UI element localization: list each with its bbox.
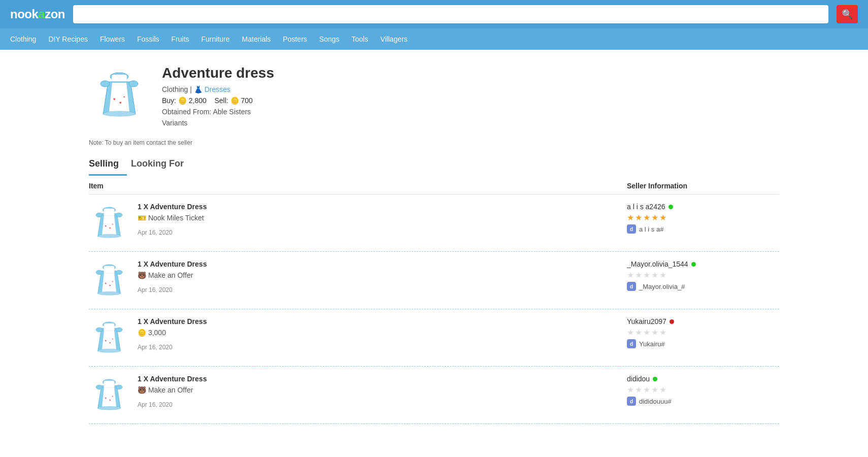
- svg-point-45: [116, 385, 122, 389]
- tab-selling[interactable]: Selling: [89, 154, 127, 176]
- seller-name-3: Yukairu2097: [627, 317, 779, 325]
- nav-item-fossils[interactable]: Fossils: [137, 35, 159, 43]
- search-icon: 🔍: [842, 9, 853, 20]
- buy-label: Buy:: [162, 96, 176, 105]
- svg-point-34: [96, 328, 103, 332]
- listing-image-4: ♥ ♥ ♥: [89, 375, 129, 415]
- star-empty: ★: [651, 270, 658, 280]
- nav-item-clothing[interactable]: Clothing: [10, 35, 36, 43]
- svg-rect-37: [104, 323, 115, 330]
- svg-point-35: [116, 328, 122, 332]
- star-empty: ★: [643, 385, 650, 395]
- seller-discord-4: d dididouuu#: [627, 397, 779, 406]
- seller-name-1: a l i s a2426: [627, 203, 779, 211]
- listing-image-2: ♥ ♥ ♥: [89, 260, 129, 301]
- star-full: ★: [651, 213, 658, 222]
- listing-date-4: Apr 16, 2020: [138, 401, 207, 408]
- seller-discord-3: d Yukairu#: [627, 339, 779, 348]
- nav-item-posters[interactable]: Posters: [283, 35, 307, 43]
- listing-dress-icon: ♥ ♥ ♥: [91, 376, 127, 415]
- discord-handle-text-3: Yukairu#: [639, 340, 665, 348]
- column-header-item: Item: [89, 182, 627, 190]
- star-empty: ★: [627, 385, 634, 395]
- listing-right-1: a l i s a2426 ★★★★★ d a l i s a#: [627, 203, 779, 234]
- header: nookazon 🔍: [0, 0, 868, 28]
- nav-item-flowers[interactable]: Flowers: [100, 35, 125, 43]
- svg-text:♥: ♥: [113, 97, 116, 102]
- listing-price-2: 🐻 Make an Offer: [138, 271, 207, 279]
- listing-price-1: 🎫 Nook Miles Ticket: [138, 214, 207, 222]
- nav-item-materials[interactable]: Materials: [242, 35, 271, 43]
- star-full: ★: [659, 213, 666, 222]
- main-content: ♥ ♥ ♥ Adventure dress Clothing | 👗 Dress…: [79, 50, 789, 439]
- sell-label: Sell:: [214, 96, 228, 105]
- seller-username-2: _Mayor.olivia_1544: [627, 260, 688, 268]
- nav-item-fruits[interactable]: Fruits: [172, 35, 189, 43]
- category-link[interactable]: Dresses: [205, 85, 230, 93]
- listing-date-1: Apr 16, 2020: [138, 229, 207, 236]
- search-button[interactable]: 🔍: [837, 5, 858, 23]
- logo[interactable]: nookazon: [10, 7, 65, 21]
- star-empty: ★: [651, 328, 658, 337]
- listing-right-3: Yukairu2097 ★★★★★ d Yukairu#: [627, 317, 779, 348]
- price-text-4: Make an Offer: [148, 386, 193, 394]
- listing-right-2: _Mayor.olivia_1544 ★★★★★ d _Mayor.olivia…: [627, 260, 779, 291]
- category-emoji: 👗: [194, 85, 203, 93]
- svg-text:♥: ♥: [119, 101, 122, 105]
- nav-item-songs[interactable]: Songs: [319, 35, 340, 43]
- listing-title-3: 1 X Adventure Dress: [138, 317, 207, 325]
- discord-handle-text-4: dididouuu#: [639, 398, 672, 405]
- listing-title-4: 1 X Adventure Dress: [138, 375, 207, 383]
- star-empty: ★: [643, 328, 650, 337]
- listing-left-1: ♥ ♥ ♥ 1 X Adventure Dress 🎫 Nook Miles T…: [89, 203, 627, 243]
- listing-image-3: ♥ ♥ ♥: [89, 317, 129, 358]
- item-variants: Variants: [162, 119, 274, 127]
- listing-info-4: 1 X Adventure Dress 🐻 Make an Offer Apr …: [138, 375, 207, 408]
- listing-row-1: ♥ ♥ ♥ 1 X Adventure Dress 🎫 Nook Miles T…: [89, 194, 779, 252]
- listing-right-4: dididou ★★★★★ d dididouuu#: [627, 375, 779, 406]
- seller-online-dot-1: [669, 205, 673, 209]
- navigation: Clothing DIY Recipes Flowers Fossils Fru…: [0, 28, 868, 50]
- nav-item-villagers[interactable]: Villagers: [380, 35, 407, 43]
- svg-point-21: [98, 234, 121, 238]
- listing-dress-icon: ♥ ♥ ♥: [91, 261, 127, 300]
- item-details: Adventure dress Clothing | 👗 Dresses Buy…: [162, 65, 274, 127]
- svg-point-31: [98, 291, 121, 295]
- buy-price: 2,800: [189, 96, 207, 105]
- price-icon-2: 🐻: [138, 271, 146, 279]
- seller-stars-1: ★★★★★: [627, 213, 779, 222]
- listing-left-2: ♥ ♥ ♥ 1 X Adventure Dress 🐻 Make an Offe…: [89, 260, 627, 301]
- search-input[interactable]: [73, 5, 828, 23]
- nav-item-furniture[interactable]: Furniture: [202, 35, 230, 43]
- seller-username-3: Yukairu2097: [627, 317, 666, 325]
- nav-item-tools[interactable]: Tools: [352, 35, 369, 43]
- item-prices: Buy: 🪙 2,800 Sell: 🪙 700: [162, 96, 274, 105]
- table-header: Item Seller Information: [89, 176, 779, 194]
- listing-price-3: 🪙 3,000: [138, 329, 207, 337]
- listing-title-2: 1 X Adventure Dress: [138, 260, 207, 268]
- listing-dress-icon: ♥ ♥ ♥: [91, 204, 127, 243]
- seller-name-4: dididou: [627, 375, 779, 383]
- tabs-container: Selling Looking For: [89, 154, 779, 176]
- star-full: ★: [627, 213, 634, 222]
- price-icon-4: 🐻: [138, 386, 146, 394]
- seller-online-dot-4: [653, 377, 657, 381]
- svg-point-5: [101, 81, 110, 87]
- listing-left-4: ♥ ♥ ♥ 1 X Adventure Dress 🐻 Make an Offe…: [89, 375, 627, 415]
- tab-looking-for[interactable]: Looking For: [131, 154, 192, 176]
- obtained-value: Able Sisters: [213, 108, 251, 116]
- item-image: ♥ ♥ ♥: [89, 65, 150, 126]
- discord-icon-2: d: [627, 282, 636, 291]
- seller-name-2: _Mayor.olivia_1544: [627, 260, 779, 268]
- discord-icon-3: d: [627, 339, 636, 348]
- seller-stars-2: ★★★★★: [627, 270, 779, 280]
- item-header: ♥ ♥ ♥ Adventure dress Clothing | 👗 Dress…: [89, 65, 779, 127]
- nav-item-diy-recipes[interactable]: DIY Recipes: [48, 35, 88, 43]
- svg-marker-13: [102, 214, 116, 235]
- svg-marker-23: [102, 272, 116, 292]
- seller-username-1: a l i s a2426: [627, 203, 665, 211]
- svg-rect-27: [104, 266, 115, 273]
- seller-discord-1: d a l i s a#: [627, 224, 779, 234]
- discord-icon-1: d: [627, 224, 636, 234]
- svg-text:♥: ♥: [123, 95, 125, 99]
